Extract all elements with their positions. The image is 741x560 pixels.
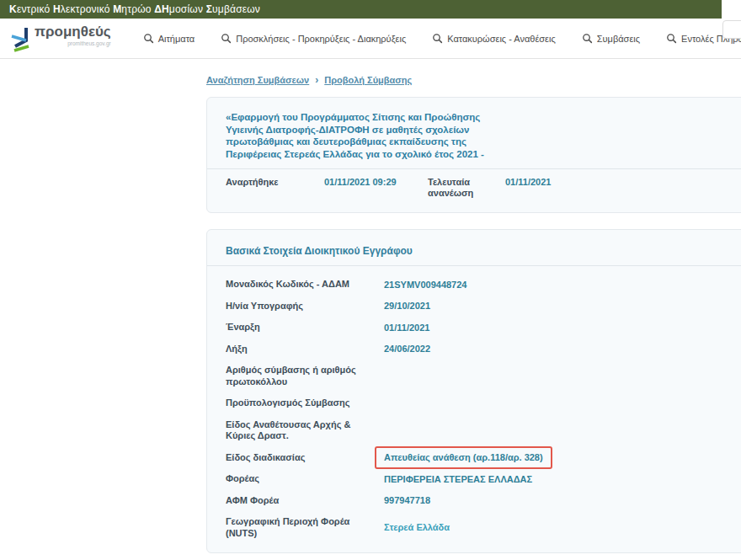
breadcrumb-link[interactable]: Προβολή Σύμβασης (324, 75, 412, 85)
breadcrumb-link[interactable]: Αναζήτηση Συμβάσεων (206, 75, 309, 85)
details-card-header: Βασικά Στοιχεία Διοικητικού Εγγράφου (226, 243, 741, 257)
detail-value-text: Απευθείας ανάθεση (αρ.118/αρ. 328) (384, 452, 543, 462)
search-icon (432, 33, 443, 44)
contract-summary-card: «Εφαρμογή του Προγράμματος Σίτισης και Π… (206, 97, 741, 213)
app-title-segment: Κ (9, 3, 17, 15)
nav-item-label: Κατακυρώσεις - Αναθέσεις (447, 34, 556, 44)
detail-value-text: 01/11/2021 (384, 323, 429, 333)
nav-item[interactable]: Αιτήματα (143, 33, 195, 44)
top-right-partial-element (722, 20, 741, 39)
app-title-segment: μοσίων (169, 3, 206, 15)
detail-row: Είδος Αναθέτουσας Αρχής & Κύριες Δραστ. (226, 414, 741, 447)
detail-value: ΠΕΡΙΦΕΡΕΙΑ ΣΤΕΡΕΑΣ ΕΛΛΑΔΑΣ (384, 474, 532, 485)
detail-row: Η/νία Υπογραφής29/10/2021 (226, 296, 741, 317)
divider (207, 265, 741, 266)
nav-item-label: Συμβάσεις (597, 34, 640, 44)
brand-text: προμηθεύς promitheus.gov.gr (35, 24, 111, 46)
detail-label: Γεωγραφική Περιοχή Φορέα (NUTS) (226, 516, 384, 539)
detail-label: Φορέας (226, 473, 384, 485)
detail-label: Μοναδικός Κωδικός - ΑΔΑΜ (226, 279, 384, 291)
contract-dates-row: Αναρτήθηκε 01/11/2021 09:29 Τελευταία αν… (226, 177, 741, 204)
search-icon (221, 33, 232, 44)
detail-row: Προϋπολογισμός Σύμβασης (226, 392, 741, 414)
breadcrumb: Αναζήτηση Συμβάσεων›Προβολή Σύμβασης (206, 74, 741, 86)
detail-value-text: 29/10/2021 (384, 301, 430, 311)
app-title-segment: Σ (206, 3, 212, 15)
posted-label: Αναρτήθηκε (226, 177, 324, 188)
header: προμηθεύς promitheus.gov.gr ΑιτήματαΠροσ… (0, 19, 741, 59)
app-title-segment: ητρώο (121, 3, 154, 15)
detail-label: Λήξη (226, 344, 384, 355)
detail-value-text: ΠΕΡΙΦΕΡΕΙΑ ΣΤΕΡΕΑΣ ΕΛΛΑΔΑΣ (384, 474, 532, 484)
app-title-segment: λεκτρονικό (61, 3, 113, 15)
highlight-annotation-box: Απευθείας ανάθεση (αρ.118/αρ. 328) (375, 446, 552, 469)
detail-row: ΑΦΜ Φορέα997947718 (226, 490, 741, 512)
detail-row: ΦορέαςΠΕΡΙΦΕΡΕΙΑ ΣΤΕΡΕΑΣ ΕΛΛΑΔΑΣ (226, 468, 741, 490)
app-title-segment: Η (53, 3, 61, 15)
detail-value-link[interactable]: Στερεά Ελλάδα (384, 522, 450, 532)
app-title-segment: εντρικό (17, 3, 53, 15)
contract-title: «Εφαρμογή του Προγράμματος Σίτισης και Π… (226, 111, 519, 160)
detail-row: Λήξη24/06/2022 (226, 339, 741, 360)
detail-value: Στερεά Ελλάδα (384, 522, 450, 533)
brand-name: προμηθεύς (35, 24, 111, 40)
detail-label: Προϋπολογισμός Σύμβασης (226, 397, 384, 409)
detail-row: Έναρξη01/11/2021 (226, 317, 741, 339)
main-nav: ΑιτήματαΠροσκλήσεις - Προκηρύξεις - Διακ… (143, 33, 741, 44)
detail-label: Έναρξη (226, 322, 384, 333)
detail-row: Μοναδικός Κωδικός - ΑΔΑΜ21SYMV009448724 (226, 274, 741, 296)
detail-label: Αριθμός σύμβασης ή αριθμός πρωτοκόλλου (226, 365, 384, 387)
main-content: Αναζήτηση Συμβάσεων›Προβολή Σύμβασης «Εφ… (206, 74, 741, 560)
search-icon (582, 33, 593, 44)
brand-logo[interactable]: προμηθεύς promitheus.gov.gr (10, 24, 111, 52)
detail-row: Γεωγραφική Περιοχή Φορέα (NUTS)Στερεά Ελ… (226, 511, 741, 544)
divider (207, 168, 741, 169)
detail-value-text: 21SYMV009448724 (384, 280, 466, 290)
detail-value: 01/11/2021 (384, 323, 429, 333)
app-title-segment: υμβάσεων (212, 3, 260, 15)
detail-label: Είδος διαδικασίας (226, 452, 384, 464)
details-card: Βασικά Στοιχεία Διοικητικού Εγγράφου Μον… (206, 229, 741, 553)
breadcrumb-separator-icon: › (315, 74, 318, 86)
app-title-segment: Μ (113, 3, 121, 15)
posted-value: 01/11/2021 09:29 (324, 177, 428, 188)
updated-value: 01/11/2021 (505, 177, 551, 188)
nav-item[interactable]: Προσκλήσεις - Προκηρύξεις - Διακηρύξεις (221, 33, 406, 44)
detail-row: Αριθμός σύμβασης ή αριθμός πρωτοκόλλου (226, 360, 741, 392)
detail-value: Απευθείας ανάθεση (αρ.118/αρ. 328) (384, 452, 552, 463)
detail-value: 29/10/2021 (384, 301, 430, 312)
detail-label: ΑΦΜ Φορέα (226, 495, 384, 507)
updated-label: Τελευταία ανανέωση (428, 177, 505, 199)
search-icon (143, 33, 154, 44)
nav-item-label: Αιτήματα (158, 34, 195, 44)
app-title: Κεντρικό Ηλεκτρονικό Μητρώο ΔΗμοσίων Συμ… (9, 3, 260, 15)
app-title-bar: Κεντρικό Ηλεκτρονικό Μητρώο ΔΗμοσίων Συμ… (0, 0, 722, 19)
app-title-segment: ΔΗ (154, 3, 169, 15)
nav-item-label: Προσκλήσεις - Προκηρύξεις - Διακηρύξεις (236, 34, 406, 44)
nav-item[interactable]: Κατακυρώσεις - Αναθέσεις (432, 33, 556, 44)
detail-row: Είδος διαδικασίαςΑπευθείας ανάθεση (αρ.1… (226, 447, 741, 469)
detail-rows: Μοναδικός Κωδικός - ΑΔΑΜ21SYMV009448724Η… (226, 274, 741, 544)
search-icon (666, 33, 677, 44)
nav-item[interactable]: Συμβάσεις (582, 33, 640, 44)
brand-domain: promitheus.gov.gr (35, 40, 111, 46)
detail-value: 24/06/2022 (384, 344, 430, 355)
detail-label: Η/νία Υπογραφής (226, 301, 384, 312)
detail-value: 21SYMV009448724 (384, 280, 466, 291)
brand-logo-icon (10, 26, 32, 52)
detail-value: 997947718 (384, 495, 430, 506)
detail-value-text: 997947718 (384, 495, 430, 505)
detail-label: Είδος Αναθέτουσας Αρχής & Κύριες Δραστ. (226, 419, 384, 442)
detail-value-text: 24/06/2022 (384, 344, 430, 354)
